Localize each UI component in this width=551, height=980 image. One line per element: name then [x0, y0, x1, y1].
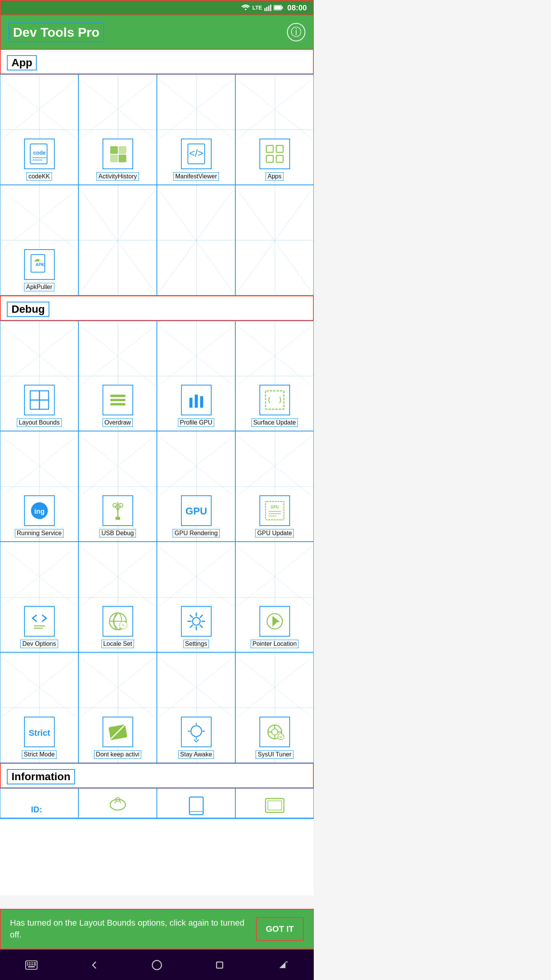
tool-overdraw[interactable]: Overdraw: [78, 321, 157, 431]
svg-text:GPU: GPU: [186, 505, 207, 517]
tool-usbDebug[interactable]: USB Debug: [78, 431, 157, 542]
svg-line-95: [3, 658, 76, 717]
svg-rect-26: [276, 145, 283, 152]
svg-line-91: [238, 547, 311, 606]
tool-manifestViewer[interactable]: </> ManifestViewer: [157, 74, 235, 185]
gpuUpdate-label: GPU Update: [255, 529, 294, 537]
activityHistory-icon: [103, 139, 133, 169]
svg-line-117: [119, 800, 121, 803]
dontKeep-label: Dont keep activi: [94, 750, 142, 759]
signal-icon: [264, 4, 271, 11]
app-title: Dev Tools Pro: [8, 23, 104, 42]
info-item-3[interactable]: [157, 788, 235, 818]
svg-point-112: [278, 733, 284, 740]
svg-rect-28: [276, 155, 283, 162]
svg-point-90: [192, 617, 200, 625]
svg-line-97: [81, 658, 154, 717]
pointerLocation-label: Pointer Location: [251, 640, 299, 648]
svg-line-62: [81, 437, 154, 495]
tool-runningService[interactable]: ing Running Service: [0, 431, 78, 542]
section-label-information: Information: [7, 769, 75, 784]
svg-text:GPU: GPU: [271, 505, 279, 509]
tool-gpuUpdate[interactable]: GPU GPU Update: [235, 431, 314, 542]
tool-activityHistory[interactable]: ActivityHistory: [78, 74, 157, 185]
tool-devOptions[interactable]: Dev Options: [0, 542, 78, 652]
svg-line-101: [160, 658, 233, 717]
tool-gpuRendering[interactable]: GPU GPU Rendering: [157, 431, 235, 542]
svg-rect-44: [39, 400, 49, 409]
tool-strictMode[interactable]: Strict Strict Mode: [0, 652, 78, 763]
svg-text:✎: ✎: [122, 623, 125, 627]
codeKK-label: codeKK: [26, 172, 52, 181]
tool-stayAwake[interactable]: Stay Awake: [157, 652, 235, 763]
svg-rect-43: [30, 400, 39, 409]
svg-rect-2: [268, 6, 269, 11]
svg-line-81: [81, 547, 154, 606]
svg-line-92: [238, 547, 311, 606]
svg-text:ID:: ID:: [31, 805, 42, 814]
sysUITuner-label: SysUI Tuner: [256, 750, 293, 759]
stayAwake-icon: [181, 717, 212, 747]
tool-surfaceUpdate[interactable]: Surface Update: [235, 321, 314, 431]
info-item-2[interactable]: [78, 788, 157, 818]
tool-codeKK[interactable]: code codeKK: [0, 74, 78, 185]
dontKeep-icon: [103, 717, 133, 747]
wifi-icon: [241, 4, 250, 11]
info-item-1[interactable]: ID:: [0, 788, 78, 818]
svg-line-98: [81, 658, 154, 717]
tool-empty3: [235, 185, 314, 296]
tool-apkPuller[interactable]: APK ApkPuller: [0, 185, 78, 296]
tool-dontKeep[interactable]: Dont keep activi: [78, 652, 157, 763]
stayAwake-label: Stay Awake: [178, 750, 214, 759]
strictMode-label: Strict Mode: [22, 750, 57, 759]
svg-text:</>: </>: [189, 147, 204, 159]
info-item-4[interactable]: [235, 788, 314, 818]
svg-line-14: [81, 80, 154, 139]
svg-rect-3: [270, 5, 271, 11]
settings-label: Settings: [183, 640, 209, 648]
svg-rect-27: [266, 155, 273, 162]
strictMode-icon: Strict: [24, 717, 55, 747]
svg-line-20: [160, 80, 233, 139]
svg-line-63: [81, 437, 154, 495]
svg-line-88: [160, 547, 233, 606]
tool-apps[interactable]: Apps: [235, 74, 314, 185]
section-label-app: App: [7, 55, 37, 70]
tool-empty2: [157, 185, 235, 296]
svg-line-29: [3, 191, 76, 249]
tool-settings[interactable]: Settings: [157, 542, 235, 652]
tool-localeSet[interactable]: ✎ Locale Set: [78, 542, 157, 652]
svg-line-89: [160, 547, 233, 606]
svg-line-77: [3, 547, 76, 606]
tool-layoutBounds[interactable]: Layout Bounds: [0, 321, 78, 431]
svg-line-30: [3, 191, 76, 249]
apps-label: Apps: [266, 172, 283, 181]
app-bar: Dev Tools Pro ⓘ: [0, 15, 314, 50]
surfaceUpdate-label: Surface Update: [251, 418, 298, 427]
apkPuller-icon: APK: [24, 249, 55, 280]
svg-line-40: [3, 327, 76, 385]
tool-sysUITuner[interactable]: SysUI Tuner: [235, 652, 314, 763]
svg-line-56: [238, 327, 311, 385]
svg-rect-15: [110, 146, 118, 154]
svg-text:code: code: [33, 150, 46, 156]
profileGpu-icon: [181, 385, 212, 415]
gpuRendering-icon: GPU: [181, 495, 212, 526]
usbDebug-icon: [103, 495, 133, 526]
tool-profileGpu[interactable]: Profile GPU: [157, 321, 235, 431]
gpuUpdate-icon: GPU: [259, 495, 290, 526]
apps-icon: [259, 139, 290, 169]
svg-line-102: [160, 658, 233, 717]
overdraw-icon: [103, 385, 133, 415]
localeSet-icon: ✎: [103, 606, 133, 637]
content: App code codeKK: [0, 50, 314, 895]
tool-pointerLocation[interactable]: Pointer Location: [235, 542, 314, 652]
pointerLocation-icon: [259, 606, 290, 637]
info-button[interactable]: ⓘ: [287, 23, 305, 41]
svg-line-36: [160, 191, 233, 291]
activityHistory-label: ActivityHistory: [96, 172, 139, 181]
localeSet-label: Locale Set: [101, 640, 134, 648]
svg-rect-118: [189, 797, 203, 815]
section-label-debug: Debug: [7, 302, 49, 317]
layoutBounds-label: Layout Bounds: [17, 418, 62, 427]
